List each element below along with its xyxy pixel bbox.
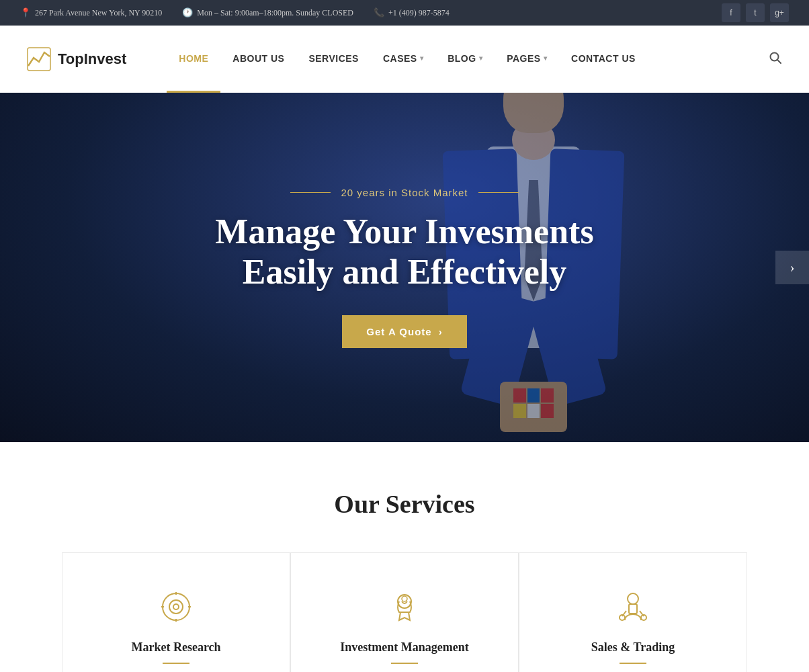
get-quote-label: Get A Quote: [366, 326, 431, 337]
twitter-button[interactable]: t: [746, 3, 765, 22]
social-links: f t g+: [722, 3, 789, 22]
service-underline-trading: [620, 663, 646, 664]
trading-icon: [613, 587, 653, 627]
facebook-button[interactable]: f: [722, 3, 740, 22]
phone-item: 📞 +1 (409) 987-5874: [374, 7, 450, 18]
location-icon: 📍: [20, 7, 31, 18]
hero-title-line2: Easily and Effectively: [243, 253, 566, 291]
hero-title-line1: Manage Your Invesments: [215, 212, 593, 251]
hero-tagline-text: 20 years in Stock Market: [341, 187, 468, 198]
hero-next-arrow[interactable]: ›: [775, 251, 809, 284]
chevron-right-icon: ›: [790, 260, 795, 276]
services-title: Our Services: [27, 489, 782, 519]
nav-item-home[interactable]: HOME: [167, 26, 220, 93]
hero-line-left: [290, 192, 331, 193]
service-card-trading: Sales & Trading Assessment of viability,…: [519, 552, 747, 672]
service-underline-market: [163, 663, 189, 664]
svg-rect-13: [629, 604, 637, 614]
hero-line-right: [478, 192, 519, 193]
svg-point-4: [169, 600, 183, 614]
svg-line-2: [777, 60, 781, 63]
top-bar: 📍 267 Park Avenue New York, NY 90210 🕐 M…: [0, 0, 809, 26]
hero-tagline: 20 years in Stock Market: [215, 187, 593, 198]
logo-icon: [27, 47, 51, 71]
cases-chevron-icon: ▾: [420, 54, 424, 62]
hours-text: Mon – Sat: 9:00am–18:00pm. Sunday CLOSED: [197, 8, 353, 18]
service-card-market-research: Market Research Assessment of viability,…: [62, 552, 290, 672]
service-name-trading: Sales & Trading: [540, 640, 726, 655]
nav-item-contact[interactable]: CONTACT US: [559, 26, 648, 93]
phone-icon: 📞: [374, 7, 384, 18]
hero-title: Manage Your Invesments Easily and Effect…: [215, 212, 593, 292]
nav-item-blog[interactable]: BLOG ▾: [435, 26, 495, 93]
hero-content: 20 years in Stock Market Manage Your Inv…: [215, 187, 593, 349]
svg-point-11: [402, 596, 407, 601]
nav-item-services[interactable]: SERVICES: [296, 26, 371, 93]
services-section: Our Services Market Research Assessment …: [0, 442, 809, 672]
get-quote-button[interactable]: Get A Quote ›: [342, 315, 466, 348]
googleplus-button[interactable]: g+: [770, 3, 789, 22]
clock-icon: 🕐: [182, 7, 193, 18]
nav-item-about[interactable]: ABOUT US: [220, 26, 296, 93]
svg-point-12: [628, 593, 638, 604]
logo[interactable]: TopInvest: [27, 47, 126, 71]
blog-chevron-icon: ▾: [479, 54, 483, 62]
services-cards: Market Research Assessment of viability,…: [27, 552, 782, 672]
phone-text: +1 (409) 987-5874: [388, 8, 450, 18]
logo-text: TopInvest: [58, 50, 126, 68]
nav-item-cases[interactable]: CASES ▾: [371, 26, 435, 93]
search-button[interactable]: [769, 51, 782, 68]
service-card-investment: Investment Management Assessment of viab…: [290, 552, 519, 672]
svg-point-5: [173, 604, 179, 610]
arrow-right-icon: ›: [439, 326, 443, 337]
hours-item: 🕐 Mon – Sat: 9:00am–18:00pm. Sunday CLOS…: [182, 7, 353, 18]
service-name-investment: Investment Management: [311, 640, 498, 655]
service-underline-investment: [391, 663, 418, 664]
address-text: 267 Park Avenue New York, NY 90210: [35, 8, 162, 18]
nav-bar: TopInvest HOME ABOUT US SERVICES CASES ▾…: [0, 26, 809, 93]
nav-item-pages[interactable]: PAGES ▾: [495, 26, 559, 93]
hero-section: 20 years in Stock Market Manage Your Inv…: [0, 93, 809, 442]
top-bar-info: 📍 267 Park Avenue New York, NY 90210 🕐 M…: [20, 7, 450, 18]
svg-point-3: [163, 593, 189, 620]
address-item: 📍 267 Park Avenue New York, NY 90210: [20, 7, 162, 18]
svg-rect-0: [28, 48, 50, 71]
market-research-icon: [156, 587, 196, 627]
nav-menu: HOME ABOUT US SERVICES CASES ▾ BLOG ▾ PA…: [167, 26, 769, 93]
service-name-market: Market Research: [83, 640, 269, 655]
pages-chevron-icon: ▾: [544, 54, 548, 62]
investment-icon: [384, 587, 425, 627]
